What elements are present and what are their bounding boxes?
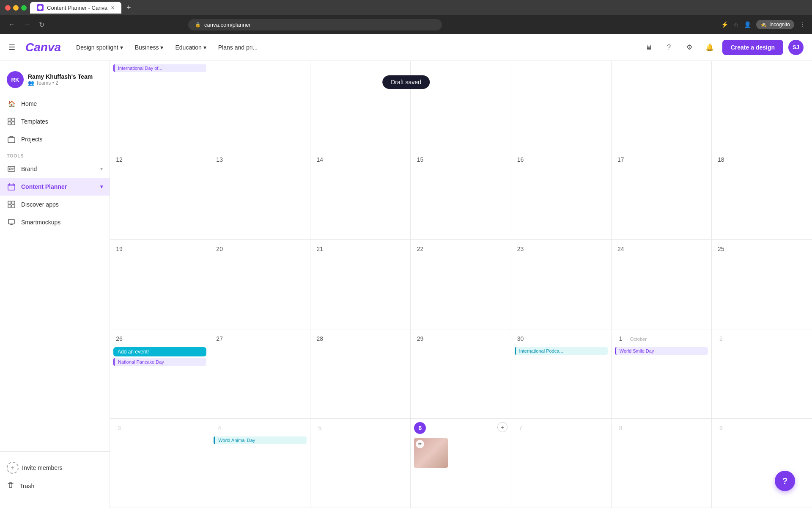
cal-cell-24: 24 — [612, 240, 712, 329]
event-national-pancake-day[interactable]: National Pancake Day — [113, 358, 206, 366]
close-btn[interactable] — [5, 5, 11, 11]
help-icon-btn[interactable]: ? — [661, 40, 677, 55]
cal-cell-22: 22 — [411, 240, 511, 329]
october-label: October — [630, 337, 647, 342]
smartmockups-icon — [7, 218, 16, 227]
incognito-btn[interactable]: 🕵 Incognito — [756, 20, 794, 29]
monitor-icon-btn[interactable]: 🖥 — [641, 40, 656, 55]
maximize-btn[interactable] — [21, 5, 27, 11]
tab-close-btn[interactable]: ✕ — [111, 5, 115, 11]
url-text: canva.com/planner — [204, 22, 251, 28]
invite-members-btn[interactable]: + Invite members — [7, 458, 103, 477]
settings-icon-btn[interactable]: ⚙ — [682, 40, 697, 55]
svg-rect-5 — [8, 138, 15, 143]
day-num-oct5: 5 — [314, 422, 326, 434]
svg-rect-10 — [12, 201, 15, 204]
svg-point-0 — [38, 6, 42, 10]
incognito-label: Incognito — [769, 22, 790, 28]
content-planner-icon — [7, 182, 16, 191]
brand-chevron-icon: ▾ — [100, 166, 103, 172]
day-num-14: 14 — [314, 154, 326, 166]
sidebar-item-content-planner[interactable]: Content Planner ▾ — [0, 178, 110, 196]
day-num-13: 13 — [214, 154, 225, 166]
cal-cell-row1-col6 — [612, 61, 712, 150]
svg-rect-2 — [12, 118, 15, 121]
day-num-23: 23 — [515, 243, 527, 255]
sidebar-nav: 🏠 Home Templates Projects Tools — [0, 95, 110, 451]
sidebar-item-smartmockups[interactable]: Smartmockups — [0, 213, 110, 231]
browser-tab[interactable]: Content Planner - Canva ✕ — [30, 2, 121, 14]
trash-icon — [7, 481, 14, 490]
create-design-btn[interactable]: Create a design — [722, 40, 783, 55]
day-num-oct4: 4 — [214, 422, 225, 434]
svg-rect-8 — [8, 184, 15, 190]
window-controls[interactable] — [5, 5, 27, 11]
add-event-btn[interactable]: Add an event! — [113, 347, 206, 356]
sidebar-team[interactable]: RK Ramy Khuffash's Team 👥 Teams • 2 — [0, 68, 110, 95]
cal-cell-row1-col1: International Day of... — [110, 61, 210, 150]
cal-cell-oct8: 8 — [612, 419, 712, 508]
day-num-17: 17 — [615, 154, 627, 166]
team-avatar: RK — [7, 71, 24, 88]
cal-cell-19: 19 — [110, 240, 210, 329]
profile-extension-btn[interactable]: 👤 — [744, 21, 751, 28]
cal-cell-20: 20 — [210, 240, 310, 329]
minimize-btn[interactable] — [13, 5, 19, 11]
cal-cell-15: 15 — [411, 150, 511, 240]
forward-btn[interactable]: → — [22, 19, 32, 30]
help-fab-btn[interactable]: ? — [775, 471, 795, 491]
header-right: 🖥 ? ⚙ 🔔 Create a design SJ — [641, 40, 804, 55]
extension-btn[interactable]: ⚡ — [721, 21, 728, 28]
nav-plans[interactable]: Plans and pri... — [213, 41, 263, 54]
day-num-30: 30 — [515, 333, 527, 345]
day-num-oct8: 8 — [615, 422, 627, 434]
event-intl-podcast[interactable]: International Podca... — [515, 347, 608, 355]
day-num-24: 24 — [615, 243, 627, 255]
add-event-plus-btn[interactable]: + — [497, 422, 508, 432]
sidebar-item-projects[interactable]: Projects — [0, 130, 110, 148]
team-name: Ramy Khuffash's Team — [28, 73, 93, 80]
back-btn[interactable]: ← — [7, 19, 17, 30]
trash-btn[interactable]: Trash — [7, 477, 103, 494]
sidebar-item-discover-apps[interactable]: Discover apps — [0, 196, 110, 213]
svg-rect-12 — [12, 205, 15, 208]
nav-design-spotlight[interactable]: Design spotlight ▾ — [71, 41, 128, 54]
event-chip-intl-day[interactable]: International Day of... — [113, 64, 206, 72]
more-btn[interactable]: ⋮ — [799, 21, 805, 28]
sidebar-item-templates[interactable]: Templates — [0, 113, 110, 130]
url-bar[interactable]: 🔒 canva.com/planner — [188, 19, 442, 30]
nav-education[interactable]: Education ▾ — [170, 41, 211, 54]
bell-icon-btn[interactable]: 🔔 — [702, 40, 717, 55]
event-world-smile-day[interactable]: World Smile Day — [615, 347, 708, 355]
day-num-12: 12 — [113, 154, 125, 166]
canva-logo[interactable]: Canva — [25, 41, 61, 54]
nav-business[interactable]: Business ▾ — [130, 41, 169, 54]
content-planner-chevron-icon: ▾ — [100, 184, 103, 190]
address-bar: ← → ↻ 🔒 canva.com/planner ⚡ ☆ 👤 🕵 Incogn… — [0, 15, 812, 34]
sidebar-item-home[interactable]: 🏠 Home — [0, 95, 110, 113]
cal-cell-21: 21 — [310, 240, 411, 329]
user-avatar[interactable]: SJ — [788, 40, 804, 55]
day-num-19: 19 — [113, 243, 125, 255]
svg-rect-1 — [8, 118, 11, 121]
hamburger-btn[interactable]: ☰ — [8, 43, 15, 52]
image-preview[interactable]: ✏ — [414, 438, 448, 468]
brand-icon — [7, 164, 16, 174]
day-num-oct1: 1 — [615, 333, 627, 345]
sidebar-bottom: + Invite members Trash — [0, 451, 110, 501]
cal-cell-oct4: 4 World Animal Day — [210, 419, 310, 508]
svg-rect-13 — [8, 219, 14, 224]
lock-icon: 🔒 — [195, 22, 201, 28]
new-tab-btn[interactable]: + — [126, 3, 131, 12]
discover-apps-icon — [7, 200, 16, 209]
reload-btn[interactable]: ↻ — [37, 19, 46, 30]
cal-cell-18: 18 — [712, 150, 812, 240]
day-num-oct9: 9 — [715, 422, 727, 434]
bookmark-btn[interactable]: ☆ — [733, 21, 739, 28]
cal-cell-row1-col4 — [411, 61, 511, 150]
sidebar-item-brand[interactable]: Brand ▾ — [0, 160, 110, 178]
event-world-animal-day[interactable]: World Animal Day — [214, 436, 307, 444]
cal-cell-26: 26 Add an event! National Pancake Day — [110, 329, 210, 419]
cal-cell-row1-col3 — [310, 61, 411, 150]
chevron-down-icon: ▾ — [203, 44, 206, 51]
